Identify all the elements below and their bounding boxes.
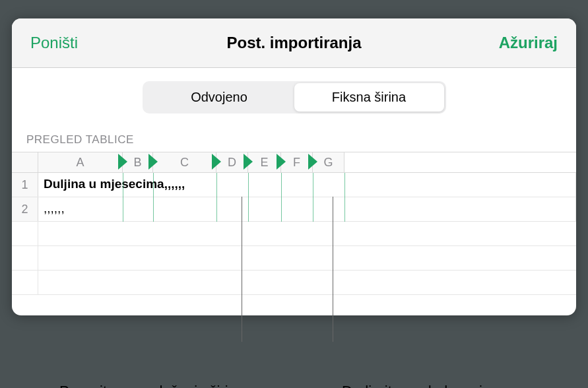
empty-row (12, 246, 576, 271)
callout-line (242, 197, 242, 342)
update-button[interactable]: Ažuriraj (499, 34, 558, 52)
empty-row (12, 271, 576, 295)
tab-delimited[interactable]: Odvojeno (145, 83, 294, 112)
row-number-empty (12, 246, 38, 270)
column-marker-icon[interactable] (244, 154, 253, 170)
modal-header: Poništi Post. importiranja Ažuriraj (12, 18, 576, 68)
column-divider[interactable] (281, 173, 282, 222)
row-number-empty (12, 222, 38, 245)
cancel-button[interactable]: Poništi (30, 34, 78, 52)
table-preview: ABCDEFG 1 Duljina u mjesecima,,,,,, 2 ,,… (12, 152, 576, 295)
row-number: 2 (12, 197, 38, 221)
column-header[interactable]: C (153, 152, 216, 172)
import-settings-modal: Poništi Post. importiranja Ažuriraj Odvo… (12, 18, 576, 315)
callout-drag: Povucite za podešenje širine stupca. (46, 381, 244, 388)
column-marker-icon[interactable] (277, 154, 286, 170)
column-divider[interactable] (313, 173, 313, 222)
column-marker-icon[interactable] (212, 154, 221, 170)
column-divider[interactable] (123, 173, 123, 222)
column-header[interactable]: G (313, 152, 344, 172)
segmented-control[interactable]: Odvojeno Fiksna širina (143, 81, 446, 113)
column-divider[interactable] (344, 173, 345, 222)
column-divider[interactable] (248, 173, 249, 222)
column-marker-icon[interactable] (308, 154, 317, 170)
callout-tap: Dodirnite za dodavanje novog stupca. (342, 381, 540, 388)
row-number-empty (12, 271, 38, 294)
modal-title: Post. importiranja (226, 34, 361, 52)
tab-fixed-width[interactable]: Fiksna širina (294, 83, 444, 112)
corner-cell (12, 152, 38, 172)
column-divider[interactable] (153, 173, 154, 222)
row-number: 1 (12, 173, 38, 197)
data-cell: ,,,,,, (38, 197, 576, 221)
section-label: PREGLED TABLICE (12, 127, 576, 152)
segmented-container: Odvojeno Fiksna širina (12, 68, 576, 127)
column-marker-icon[interactable] (118, 154, 127, 170)
table-row: 2 ,,,,,, (12, 197, 576, 222)
column-header[interactable]: A (38, 152, 123, 172)
callout-line (333, 197, 333, 342)
column-divider[interactable] (216, 173, 217, 222)
empty-row (12, 222, 576, 246)
column-headers: ABCDEFG (12, 152, 576, 173)
column-marker-icon[interactable] (148, 154, 158, 170)
data-cell: Duljina u mjesecima,,,,,, (38, 173, 576, 197)
table-row: 1 Duljina u mjesecima,,,,,, (12, 173, 576, 197)
